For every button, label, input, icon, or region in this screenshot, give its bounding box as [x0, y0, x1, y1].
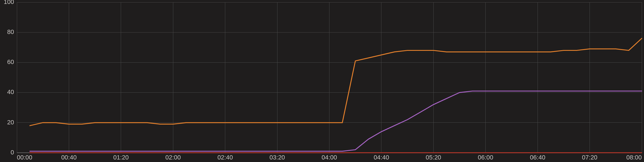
y-tick-label: 80 [7, 28, 14, 35]
y-tick-label: 0 [11, 149, 14, 156]
y-tick-label: 40 [7, 88, 14, 95]
y-tick-label: 60 [7, 58, 14, 65]
y-tick-label: 100 [4, 0, 14, 5]
x-tick-label: 07:20 [582, 154, 597, 161]
x-tick-label: 04:40 [374, 154, 389, 161]
time-series-chart: 02040608010000:0000:4001:2002:0002:4003:… [0, 0, 644, 162]
x-tick-label: 02:40 [217, 154, 233, 161]
x-tick-label: 08:00 [626, 154, 642, 161]
x-tick-label: 01:20 [113, 154, 129, 161]
x-tick-label: 05:20 [426, 154, 441, 161]
y-tick-label: 20 [7, 119, 14, 126]
chart-canvas: 02040608010000:0000:4001:2002:0002:4003:… [0, 0, 644, 162]
x-tick-label: 00:00 [17, 154, 32, 161]
series-purple [30, 91, 642, 151]
x-tick-label: 00:40 [61, 154, 77, 161]
series-orange [30, 38, 642, 126]
x-tick-label: 03:20 [270, 154, 285, 161]
x-tick-label: 06:00 [478, 154, 493, 161]
x-tick-label: 06:40 [530, 154, 545, 161]
x-tick-label: 02:00 [165, 154, 181, 161]
x-tick-label: 04:00 [322, 154, 337, 161]
